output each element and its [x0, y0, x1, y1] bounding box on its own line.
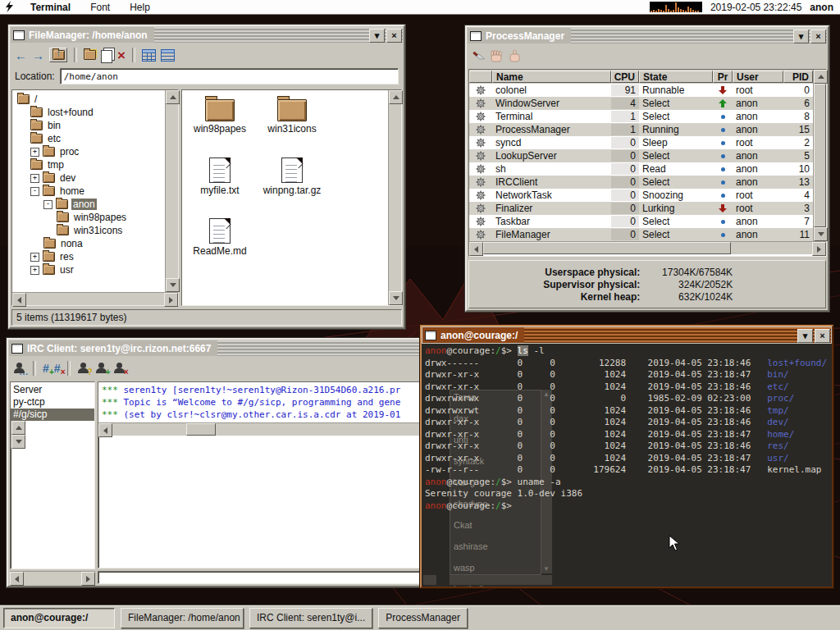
tree-item[interactable]: etc	[16, 132, 165, 145]
tree-item[interactable]: +usr	[16, 263, 165, 276]
taskbar-button[interactable]: FileManager: /home/anon	[121, 608, 244, 628]
tree-item[interactable]: /	[16, 93, 165, 106]
lightning-icon[interactable]	[5, 1, 14, 13]
tree-item[interactable]: +dev	[16, 171, 165, 185]
taskbar-button[interactable]: ProcessManager	[378, 608, 468, 628]
whois-user-icon[interactable]: ...	[13, 363, 26, 374]
tree-item[interactable]: win98papes	[16, 211, 165, 224]
grid-view-icon[interactable]	[142, 49, 156, 62]
menu-font[interactable]: Font	[82, 2, 118, 13]
close-button[interactable]: ×	[386, 29, 402, 43]
column-header-cpu[interactable]: CPU	[611, 71, 639, 83]
tree-hscrollbar[interactable]	[12, 292, 178, 305]
menu-terminal[interactable]: Terminal	[22, 2, 79, 13]
new-folder-icon[interactable]	[84, 50, 96, 60]
taskbar-button[interactable]: anon@courage:/	[3, 608, 115, 628]
process-row[interactable]: sh0Readanon10	[469, 162, 813, 176]
close-button[interactable]: ×	[810, 30, 826, 43]
tree-vscrollbar[interactable]	[165, 90, 178, 292]
process-row[interactable]: FileManager0Selectanon11	[469, 228, 813, 241]
channel-item[interactable]: Server	[11, 384, 94, 396]
tree-expander-icon[interactable]: +	[30, 266, 39, 275]
channel-list[interactable]: Serverpy-ctcp#/g/sicp	[11, 382, 94, 421]
processmanager-window[interactable]: ProcessManager ▾ × NameCPUStatePrUserPID…	[465, 25, 829, 312]
process-row[interactable]: NetworkTask0Snoozingroot4	[469, 189, 813, 202]
tree-item[interactable]: win31icons	[16, 224, 165, 237]
tree-item[interactable]: +proc	[16, 145, 165, 158]
terminal-line: anon@courage:/$>	[425, 500, 829, 513]
process-row[interactable]: WindowServer4Selectanon6	[469, 97, 813, 110]
cell-cpu: 0	[611, 137, 639, 148]
process-row[interactable]: LookupServer0Selectanon5	[469, 149, 813, 162]
open-parent-icon[interactable]: ↑	[49, 48, 67, 62]
tree-item[interactable]: -home	[16, 185, 165, 198]
minimize-button[interactable]: ▾	[369, 29, 385, 43]
column-header-user[interactable]: User	[733, 71, 783, 83]
process-row[interactable]: Finalizer0Lurkingroot3	[469, 202, 813, 215]
file-icon[interactable]: win98papes	[184, 95, 256, 156]
taskbar-button[interactable]: IRC Client: seren1ty@i...	[249, 608, 372, 628]
column-header-state[interactable]: State	[639, 71, 713, 83]
tree-item[interactable]: tmp	[16, 158, 165, 171]
header-icon-cell[interactable]	[469, 71, 492, 83]
close-button[interactable]: ×	[815, 329, 830, 343]
file-icon[interactable]: ReadMe.md	[184, 217, 256, 277]
delete-icon[interactable]: ×	[117, 48, 126, 62]
op-user-icon[interactable]: +	[95, 363, 108, 374]
tree-item[interactable]: +res	[16, 250, 165, 263]
process-row[interactable]: colonel91Runnableroot0	[469, 84, 813, 97]
file-icon[interactable]: myfile.txt	[184, 156, 256, 217]
table-vscrollbar[interactable]	[813, 70, 826, 241]
channel-vscrollbar[interactable]	[11, 421, 24, 449]
filemanager-window[interactable]: FileManager: /home/anon ▾ × ← → ↑ × Loca…	[8, 25, 405, 329]
tree-item[interactable]: lost+found	[16, 106, 165, 119]
file-list[interactable]: win98papeswin31iconsmyfile.txtwinpng.tar…	[182, 90, 388, 305]
process-row[interactable]: Taskbar0Selectanon7	[469, 215, 813, 228]
continue-process-icon[interactable]	[509, 50, 522, 62]
file-icon[interactable]: win31icons	[256, 95, 328, 156]
process-row[interactable]: Terminal1Selectanon8	[469, 110, 813, 123]
directory-tree[interactable]: /lost+foundbinetc+proctmp+dev-home-anonw…	[12, 90, 165, 292]
process-row[interactable]: IRCClient0Selectanon13	[469, 176, 813, 189]
processmanager-titlebar[interactable]: ProcessManager ▾ ×	[468, 28, 827, 43]
table-hscrollbar[interactable]	[469, 241, 826, 254]
filemanager-titlebar[interactable]: FileManager: /home/anon ▾ ×	[11, 27, 403, 43]
kick-user-icon[interactable]: ×	[113, 363, 126, 374]
column-header-name[interactable]: Name	[492, 71, 611, 83]
tree-expander-icon[interactable]: -	[43, 200, 52, 209]
tree-item[interactable]: -anon	[16, 198, 165, 211]
copy-icon[interactable]	[101, 50, 112, 63]
process-table[interactable]: NameCPUStatePrUserPIDcolonel91Runnablero…	[469, 70, 813, 241]
terminal-titlebar[interactable]: anon@courage:/ ▾ ×	[422, 327, 831, 343]
terminal-content[interactable]: TaresdaxuntisyntackVar-gshadyncCkatashir…	[422, 344, 832, 587]
process-row[interactable]: ProcessManager1Runninganon15	[469, 123, 813, 136]
files-vscrollbar[interactable]	[388, 90, 401, 305]
part-channel-icon[interactable]: #×	[54, 363, 61, 374]
column-header-pr[interactable]: Pr	[713, 71, 733, 83]
process-row[interactable]: syncd0Sleeproot2	[469, 136, 813, 149]
list-view-icon[interactable]	[161, 49, 175, 62]
location-input[interactable]: /home/anon	[60, 68, 399, 84]
minimize-button[interactable]: ▾	[797, 329, 813, 343]
tree-expander-icon[interactable]: -	[30, 187, 39, 196]
tree-item[interactable]: nona	[16, 237, 165, 250]
tree-item[interactable]: bin	[16, 119, 165, 132]
tree-expander-icon[interactable]: +	[30, 148, 39, 157]
back-icon[interactable]: ←	[15, 49, 27, 62]
menu-help[interactable]: Help	[121, 2, 158, 13]
forward-icon[interactable]: →	[32, 49, 44, 62]
terminal-window[interactable]: anon@courage:/ ▾ × TaresdaxuntisyntackVa…	[420, 325, 833, 588]
gear-icon	[469, 230, 492, 240]
kill-process-icon[interactable]	[472, 50, 486, 62]
join-channel-icon[interactable]: #+	[43, 363, 49, 374]
tree-expander-icon[interactable]: +	[30, 253, 39, 262]
query-user-icon[interactable]: ?	[77, 363, 90, 374]
channel-hscrollbar[interactable]	[10, 571, 95, 584]
file-icon[interactable]: winpng.tar.gz	[256, 156, 328, 217]
column-header-pid[interactable]: PID	[783, 71, 813, 83]
stop-process-icon[interactable]	[491, 50, 504, 62]
tree-expander-icon[interactable]: +	[30, 174, 39, 183]
minimize-button[interactable]: ▾	[793, 30, 809, 43]
channel-item[interactable]: #/g/sicp	[11, 409, 94, 421]
channel-item[interactable]: py-ctcp	[11, 396, 94, 409]
